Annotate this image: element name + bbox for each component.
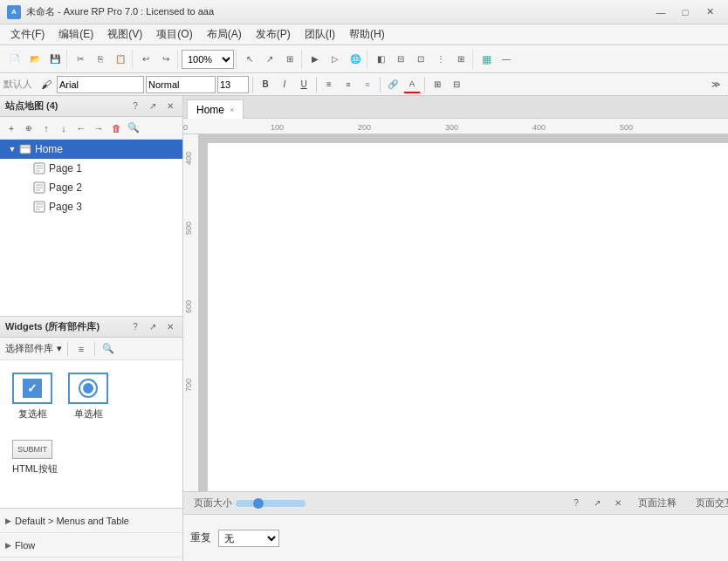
bottom-panel-help-icon[interactable]: ? <box>569 496 583 510</box>
format-extra-button[interactable]: ≫ <box>707 76 725 93</box>
canvas-scroll[interactable] <box>199 134 728 491</box>
sitemap-page2-item[interactable]: Page 2 <box>0 178 182 197</box>
html-btn-widget-item[interactable]: SUBMIT HTML按钮 <box>9 436 174 479</box>
font-size-input[interactable] <box>217 76 249 93</box>
italic-button[interactable]: I <box>276 76 293 93</box>
page-slider[interactable] <box>236 500 306 507</box>
link-button[interactable]: 🔗 <box>384 76 402 93</box>
menu-help[interactable]: 帮助(H) <box>342 25 392 44</box>
menu-file[interactable]: 文件(F) <box>3 25 52 44</box>
menu-project[interactable]: 项目(O) <box>149 25 199 44</box>
style-picker-button[interactable]: 🖌 <box>38 76 55 93</box>
copy-button[interactable]: ⎘ <box>91 50 110 69</box>
fill-button[interactable]: ▦ <box>477 50 496 69</box>
home-tab-close[interactable]: × <box>230 106 234 114</box>
sitemap-expand-icon[interactable]: ↗ <box>146 99 160 113</box>
bottom-panel-close-icon[interactable]: ✕ <box>611 496 625 510</box>
widgets-help-icon[interactable]: ? <box>128 320 142 334</box>
flow-item[interactable]: ▶ Flow <box>0 533 182 558</box>
bottom-panel: 页面大小 ? ↗ ✕ 页面注释 页面交互 页面样式 ≫ 重复 无 <box>183 491 728 561</box>
sitemap-panel: 站点地图 (4) ? ↗ ✕ + ⊕ ↑ ↓ ← → 🗑 🔍 <box>0 96 182 317</box>
home-label: Home <box>35 143 63 155</box>
home-tab[interactable]: Home × <box>187 99 244 119</box>
widgets-search-button[interactable]: 🔍 <box>100 341 116 357</box>
sitemap-addchild-button[interactable]: ⊕ <box>21 120 37 136</box>
preview-current-button[interactable]: ▷ <box>326 50 345 69</box>
home-expand-icon[interactable]: ▼ <box>7 144 17 154</box>
align-text-center[interactable]: ≡ <box>340 76 357 93</box>
more-format-button[interactable]: ⊞ <box>429 76 446 93</box>
checkbox-widget-item[interactable]: ✓ 复选框 <box>9 369 56 424</box>
close-button[interactable]: ✕ <box>698 3 721 21</box>
distribute-button[interactable]: ⋮ <box>431 50 450 69</box>
sitemap-up-button[interactable]: ↑ <box>38 120 54 136</box>
sitemap-page1-item[interactable]: Page 1 <box>0 159 182 178</box>
sitemap-delete-button[interactable]: 🗑 <box>108 120 124 136</box>
undo-button[interactable]: ↩ <box>136 50 155 69</box>
canvas[interactable] <box>208 143 728 491</box>
library-dropdown-arrow[interactable]: ▾ <box>57 343 62 354</box>
tab-page-interact[interactable]: 页面交互 <box>686 494 728 513</box>
font-style-input[interactable] <box>146 76 216 93</box>
paste-button[interactable]: 📋 <box>111 50 130 69</box>
bottom-tabs: 页面大小 ? ↗ ✕ 页面注释 页面交互 页面样式 ≫ <box>183 492 728 515</box>
canvas-wrapper: 400 500 600 700 <box>183 134 728 491</box>
format-options-button[interactable]: ⊟ <box>448 76 465 93</box>
sitemap-left-button[interactable]: ← <box>73 120 89 136</box>
line-button[interactable]: — <box>497 50 516 69</box>
redo-button[interactable]: ↪ <box>156 50 175 69</box>
menu-edit[interactable]: 编辑(E) <box>52 25 100 44</box>
sitemap-close-icon[interactable]: ✕ <box>163 99 177 113</box>
sitemap-page3-item[interactable]: Page 3 <box>0 197 182 216</box>
zoom-select[interactable]: 100% 75% 150% 200% <box>182 50 234 69</box>
widgets-close-icon[interactable]: ✕ <box>163 320 177 334</box>
align-text-right[interactable]: ≡ <box>359 76 376 93</box>
minimize-button[interactable]: — <box>649 3 672 21</box>
widgets-expand-icon[interactable]: ↗ <box>146 320 160 334</box>
sitemap-help-icon[interactable]: ? <box>128 99 142 113</box>
sitemap-down-button[interactable]: ↓ <box>56 120 72 136</box>
ruler-200: 200 <box>358 123 371 132</box>
menu-team[interactable]: 团队(I) <box>298 25 342 44</box>
save-button[interactable]: 💾 <box>45 50 65 69</box>
sitemap-home-item[interactable]: ▼ Home <box>0 140 182 159</box>
font-color-button[interactable]: A <box>403 76 421 93</box>
tab-bar: Home × <box>183 96 728 119</box>
ruler-0: 0 <box>183 123 188 132</box>
font-family-input[interactable] <box>57 76 144 93</box>
cut-button[interactable]: ✂ <box>71 50 90 69</box>
connection-tool[interactable]: ↗ <box>260 50 279 69</box>
select-tool[interactable]: ↖ <box>240 50 259 69</box>
sitemap-right-button[interactable]: → <box>91 120 106 136</box>
sitemap-add-button[interactable]: + <box>3 120 19 136</box>
crop-tool[interactable]: ⊞ <box>280 50 299 69</box>
align-left-button[interactable]: ◧ <box>371 50 390 69</box>
bold-button[interactable]: B <box>257 76 274 93</box>
align-text-left[interactable]: ≡ <box>320 76 338 93</box>
page1-expand-icon <box>21 163 31 174</box>
open-button[interactable]: 📂 <box>25 50 45 69</box>
preview-button[interactable]: ▶ <box>306 50 325 69</box>
library-label: 选择部件库 <box>5 342 53 355</box>
repeat-select[interactable]: 无 横向重复 纵向重复 平铺 <box>218 530 279 547</box>
bottom-panel-expand-icon[interactable]: ↗ <box>590 496 604 510</box>
new-button[interactable]: 📄 <box>5 50 24 69</box>
tab-page-notes[interactable]: 页面注释 <box>628 494 686 513</box>
align-right-button[interactable]: ⊡ <box>411 50 430 69</box>
publish-button[interactable]: 🌐 <box>346 50 365 69</box>
widgets-menu-button[interactable]: ≡ <box>73 341 89 357</box>
canvas-area: Home × 0 100 200 300 400 500 400 500 600 <box>183 96 728 561</box>
sitemap-search-button[interactable]: 🔍 <box>126 120 141 136</box>
menu-publish[interactable]: 发布(P) <box>249 25 298 44</box>
default-menus-item[interactable]: ▶ Default > Menus and Table <box>0 509 182 533</box>
ruler-500: 500 <box>620 123 633 132</box>
maximize-button[interactable]: □ <box>674 3 697 21</box>
align-center-button[interactable]: ⊟ <box>391 50 410 69</box>
radio-widget-item[interactable]: 单选框 <box>65 369 112 424</box>
menu-view[interactable]: 视图(V) <box>100 25 149 44</box>
toolbar-file-group: 📄 📂 💾 <box>3 50 67 69</box>
underline-button[interactable]: U <box>295 76 312 93</box>
menu-layout[interactable]: 布局(A) <box>200 25 249 44</box>
home-tab-label: Home <box>196 104 224 116</box>
group-button[interactable]: ⊞ <box>451 50 470 69</box>
